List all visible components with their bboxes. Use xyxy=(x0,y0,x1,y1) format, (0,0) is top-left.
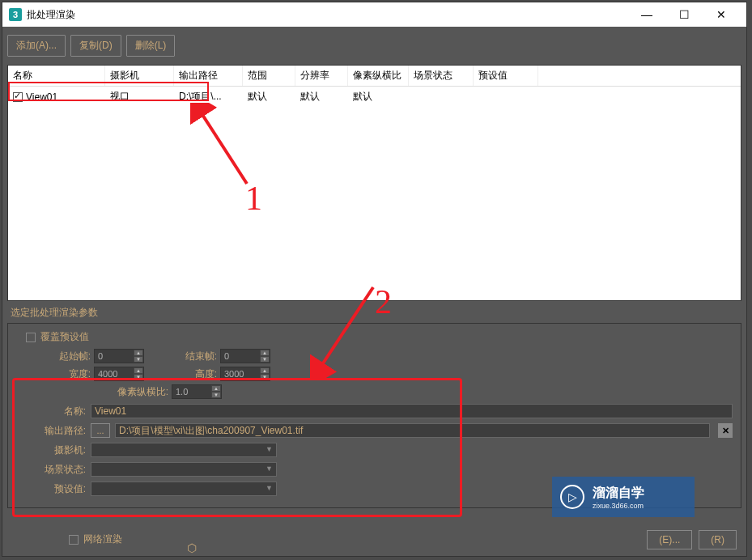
pixel-ratio-label: 像素纵横比: xyxy=(104,385,168,399)
pixel-ratio-input[interactable]: ▲▼ xyxy=(172,384,222,399)
render-button[interactable]: (R) xyxy=(699,530,737,549)
start-frame-input[interactable]: ▲▼ xyxy=(94,349,144,363)
watermark: ▷ 溜溜自学 zixue.3d66.com xyxy=(552,477,695,517)
col-res[interactable]: 分辨率 xyxy=(295,66,348,86)
override-preset-checkbox[interactable] xyxy=(26,333,36,342)
preset-dropdown[interactable] xyxy=(91,482,277,496)
net-render-label: 网络渲染 xyxy=(83,532,122,546)
table-header: 名称 摄影机 输出路径 范围 分辨率 像素纵横比 场景状态 预设值 xyxy=(8,66,741,87)
row-range: 默认 xyxy=(243,88,295,105)
delete-button[interactable]: 删除(L) xyxy=(126,35,176,57)
net-render-row: 网络渲染 xyxy=(69,532,122,546)
width-label: 宽度: xyxy=(26,367,91,381)
row-output: D:\项目\... xyxy=(174,88,243,105)
table-row[interactable]: View01 视口 D:\项目\... 默认 默认 默认 xyxy=(8,87,741,107)
override-preset-label: 覆盖预设值 xyxy=(40,330,89,344)
row-camera: 视口 xyxy=(105,88,174,105)
col-pixel[interactable]: 像素纵横比 xyxy=(348,66,409,86)
copy-button[interactable]: 复制(D) xyxy=(70,35,121,57)
watermark-url: zixue.3d66.com xyxy=(593,502,644,510)
scene-state-label: 场景状态: xyxy=(16,463,86,477)
end-frame-input[interactable]: ▲▼ xyxy=(220,349,270,363)
export-button[interactable]: (E)... xyxy=(647,530,692,549)
height-label: 高度: xyxy=(168,367,217,381)
row-res: 默认 xyxy=(295,88,348,105)
toolbar: 添加(A)... 复制(D) 删除(L) xyxy=(2,27,746,65)
row-checkbox[interactable] xyxy=(13,92,23,102)
render-list: 名称 摄影机 输出路径 范围 分辨率 像素纵横比 场景状态 预设值 View01… xyxy=(7,65,741,301)
net-render-checkbox[interactable] xyxy=(69,535,79,545)
cube-icon: ⬡ xyxy=(187,541,197,554)
camera-label: 摄影机: xyxy=(16,443,86,457)
close-button[interactable]: ✕ xyxy=(703,2,740,27)
app-icon: 3 xyxy=(9,8,22,21)
col-name[interactable]: 名称 xyxy=(8,66,105,86)
col-output[interactable]: 输出路径 xyxy=(174,66,243,86)
col-preset[interactable]: 预设值 xyxy=(474,66,538,86)
width-input[interactable]: ▲▼ xyxy=(94,367,144,381)
row-name: View01 xyxy=(26,91,57,103)
title-bar: 3 批处理渲染 — ☐ ✕ xyxy=(2,2,746,27)
col-scene[interactable]: 场景状态 xyxy=(409,66,474,86)
minimize-button[interactable]: — xyxy=(628,2,665,27)
row-pixel: 默认 xyxy=(348,88,409,105)
clear-path-button[interactable]: ✕ xyxy=(718,423,733,438)
end-frame-label: 结束帧: xyxy=(168,350,217,363)
browse-button[interactable]: ... xyxy=(91,423,110,438)
col-range[interactable]: 范围 xyxy=(243,66,295,86)
watermark-title: 溜溜自学 xyxy=(593,485,644,502)
window-title: 批处理渲染 xyxy=(27,8,75,22)
preset-label: 预设值: xyxy=(16,482,86,496)
play-icon: ▷ xyxy=(560,485,584,509)
add-button[interactable]: 添加(A)... xyxy=(7,35,66,57)
section-title: 选定批处理渲染参数 xyxy=(7,306,741,320)
maximize-button[interactable]: ☐ xyxy=(665,2,703,27)
height-input[interactable]: ▲▼ xyxy=(220,367,270,381)
name-input[interactable] xyxy=(91,404,733,418)
camera-dropdown[interactable] xyxy=(91,443,277,457)
scene-state-dropdown[interactable] xyxy=(91,462,277,477)
name-label: 名称: xyxy=(16,405,86,418)
output-path-input[interactable] xyxy=(115,423,710,438)
output-path-label: 输出路径: xyxy=(16,424,86,438)
start-frame-label: 起始帧: xyxy=(26,350,91,363)
col-camera[interactable]: 摄影机 xyxy=(105,66,174,86)
